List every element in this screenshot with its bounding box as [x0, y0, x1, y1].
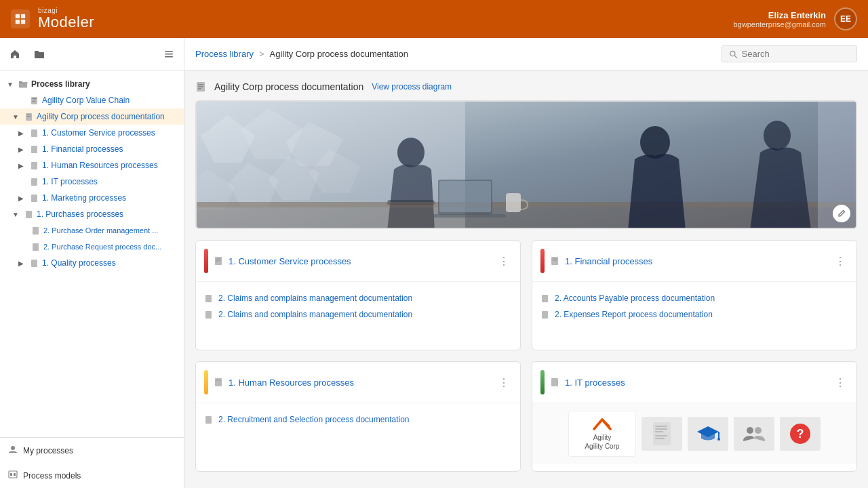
file-icon-pur	[23, 209, 34, 220]
folder-icon-btn[interactable]	[30, 45, 49, 64]
hero-decorative	[197, 102, 856, 228]
svg-rect-66	[216, 380, 221, 381]
tree-arrow-fin: ▶	[16, 144, 26, 154]
home-icon-btn[interactable]	[5, 45, 24, 64]
breadcrumb-link[interactable]: Process library	[195, 49, 254, 59]
list-doc-icon-hr-1	[204, 415, 213, 424]
card-list-label-fin-1[interactable]: 2. Accounts Payable process documentatio…	[555, 293, 715, 303]
collapse-sidebar-btn[interactable]	[159, 45, 178, 64]
sidebar-bottom: My processes Process models	[0, 437, 184, 488]
svg-rect-18	[31, 178, 37, 186]
svg-rect-25	[9, 471, 17, 478]
svg-rect-61	[553, 259, 557, 260]
sidebar-item-purchase-order[interactable]: 2. Purchase Order management ...	[0, 222, 184, 239]
card-list-label-cs-1[interactable]: 2. Claims and complains management docum…	[218, 293, 412, 303]
search-input[interactable]	[742, 49, 850, 59]
svg-rect-63	[542, 295, 548, 302]
svg-rect-49	[425, 214, 506, 218]
sidebar-item-my-processes[interactable]: My processes	[0, 438, 184, 463]
header-brand: bizagi Modeler	[38, 7, 94, 30]
sidebar-item-customer-service[interactable]: ▶ 1. Customer Service processes	[0, 125, 184, 141]
sidebar-item-process-models[interactable]: Process models	[0, 463, 184, 488]
sidebar-item-purchases[interactable]: ▼ 1. Purchases processes	[0, 206, 184, 222]
quality-label: 1. Quality processes	[42, 258, 116, 268]
card-list-item-cs-1: 2. Claims and complains management docum…	[204, 290, 512, 306]
sidebar-item-financial[interactable]: ▶ 1. Financial processes	[0, 141, 184, 157]
process-library-label: Process library	[31, 79, 90, 89]
thumb-graduation-icon	[696, 424, 720, 444]
card-list-label-hr-1[interactable]: 2. Recruitment and Selection process doc…	[218, 415, 410, 424]
card-title-cs[interactable]: 1. Customer Service processes	[229, 256, 490, 266]
card-menu-btn-hr[interactable]: ⋮	[496, 374, 512, 390]
it-label: 1. IT processes	[42, 177, 98, 186]
svg-rect-65	[215, 378, 222, 386]
value-chain-label: Agility Corp Value Chain	[42, 96, 130, 105]
file-icon-po	[30, 225, 41, 236]
sidebar-item-marketing[interactable]: ▶ 1. Marketing processes	[0, 190, 184, 206]
sidebar-toolbar	[0, 38, 184, 70]
svg-rect-48	[439, 181, 491, 212]
card-menu-btn-cs[interactable]: ⋮	[496, 253, 512, 269]
card-color-bar-fin	[540, 249, 545, 273]
sidebar-item-quality[interactable]: ▶ 1. Quality processes	[0, 255, 184, 271]
svg-rect-12	[26, 113, 32, 121]
svg-rect-54	[215, 257, 222, 265]
sidebar-item-process-library[interactable]: ▼ Process library	[0, 76, 184, 92]
list-doc-icon-fin-1	[540, 294, 549, 303]
view-diagram-link[interactable]: View process diagram	[372, 82, 452, 92]
svg-rect-3	[21, 20, 25, 24]
sidebar-item-hr[interactable]: ▶ 1. Human Resources processes	[0, 157, 184, 174]
sidebar-item-it[interactable]: ▶ 1. IT processes	[0, 174, 184, 190]
card-menu-btn-fin[interactable]: ⋮	[832, 253, 848, 269]
tree-arrow-hr: ▶	[16, 161, 26, 170]
svg-rect-23	[31, 260, 37, 267]
tree-arrow-qual: ▶	[16, 258, 26, 268]
svg-rect-4	[165, 51, 173, 52]
content-body: Agility Corp process documentation View …	[184, 70, 868, 488]
sidebar-item-value-chain[interactable]: ▶ Agility Corp Value Chain	[0, 92, 184, 108]
process-models-icon	[8, 470, 18, 481]
file-icon-1	[28, 95, 39, 106]
marketing-label: 1. Marketing processes	[42, 193, 126, 203]
hero-edit-btn[interactable]	[833, 205, 850, 222]
file-icon-mkt	[28, 192, 39, 203]
financial-label: 1. Financial processes	[42, 144, 123, 154]
search-box[interactable]	[722, 45, 857, 62]
purchase-request-label: 2. Purchase Request process doc...	[43, 243, 161, 251]
card-title-hr[interactable]: 1. Human Resources processes	[229, 378, 490, 388]
thumb-team	[734, 417, 774, 451]
card-list-label-fin-2[interactable]: 2. Expenses Report process documentation	[555, 310, 713, 319]
card-title-it[interactable]: 1. IT processes	[565, 378, 827, 388]
sidebar-tree: ▼ Process library ▶ Agility Corp Value C…	[0, 70, 184, 437]
svg-point-52	[764, 121, 791, 150]
sidebar-item-purchase-request[interactable]: 2. Purchase Request process doc...	[0, 239, 184, 255]
tree-arrow-mkt: ▶	[16, 193, 26, 203]
svg-rect-71	[655, 428, 667, 430]
svg-rect-70	[655, 426, 667, 427]
card-title-fin[interactable]: 1. Financial processes	[565, 256, 827, 266]
svg-rect-57	[216, 262, 219, 262]
card-doc-icon-it	[550, 378, 559, 387]
file-icon-it	[28, 176, 39, 187]
svg-text:?: ?	[797, 427, 804, 441]
card-menu-btn-it[interactable]: ⋮	[832, 374, 848, 390]
thumb-graduation	[688, 417, 728, 451]
sidebar: ▼ Process library ▶ Agility Corp Value C…	[0, 38, 184, 488]
header-right: Eliza Enterkin bgwpenterprise@gmail.com …	[733, 7, 857, 30]
user-avatar[interactable]: EE	[834, 7, 857, 30]
thumb-doc	[642, 417, 682, 451]
app-header: bizagi Modeler Eliza Enterkin bgwpenterp…	[0, 0, 868, 38]
svg-rect-58	[205, 295, 212, 302]
svg-rect-33	[198, 88, 201, 89]
user-name: Eliza Enterkin	[733, 10, 826, 20]
tree-arrow-agility: ▼	[11, 112, 20, 121]
card-it: 1. IT processes ⋮	[532, 361, 857, 472]
sidebar-item-agility-corp-docs[interactable]: ▼ Agility Corp process documentation	[0, 108, 184, 125]
svg-rect-56	[216, 260, 221, 261]
svg-point-51	[640, 126, 670, 159]
card-list-label-cs-2[interactable]: 2. Claims and complains management docum…	[218, 310, 412, 319]
tree-arrow-pur: ▼	[11, 209, 20, 219]
header-left: bizagi Modeler	[11, 7, 94, 30]
file-icon-fin	[28, 144, 39, 155]
svg-rect-10	[32, 100, 36, 100]
